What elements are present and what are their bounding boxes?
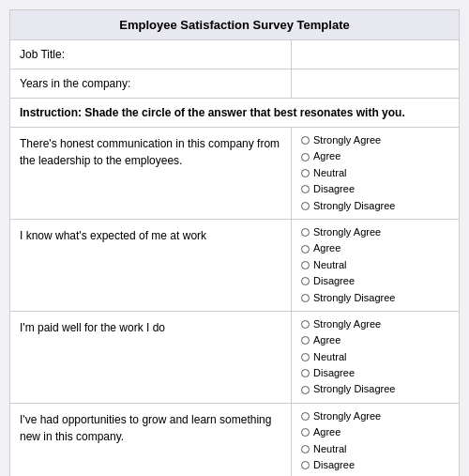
radio-circle-0-3[interactable] — [301, 185, 310, 193]
question-text-0: There's honest communication in this com… — [10, 128, 292, 219]
option-label-0-0: Strongly Agree — [313, 133, 381, 147]
radio-circle-3-2[interactable] — [301, 445, 310, 453]
option-1-2[interactable]: Neutral — [301, 258, 449, 272]
option-2-1[interactable]: Agree — [301, 333, 449, 347]
question-row-1: I know what's expected of me at workStro… — [10, 220, 459, 312]
answer-options-0: Strongly AgreeAgreeNeutralDisagreeStrong… — [292, 128, 459, 219]
radio-circle-0-0[interactable] — [301, 136, 310, 145]
option-label-3-3: Disagree — [313, 458, 355, 472]
option-label-3-2: Neutral — [313, 442, 346, 456]
years-value[interactable] — [292, 69, 459, 98]
job-title-row: Job Title: — [10, 40, 459, 69]
radio-circle-2-2[interactable] — [301, 353, 310, 361]
option-2-0[interactable]: Strongly Agree — [301, 317, 449, 331]
instruction: Instruction: Shade the circle of the ans… — [10, 99, 459, 128]
option-label-3-0: Strongly Agree — [313, 409, 381, 423]
question-row-0: There's honest communication in this com… — [10, 128, 459, 220]
questions-container: There's honest communication in this com… — [10, 128, 459, 476]
radio-circle-1-3[interactable] — [301, 277, 310, 285]
option-label-0-3: Disagree — [313, 182, 355, 196]
radio-circle-2-1[interactable] — [301, 336, 310, 345]
option-label-1-3: Disagree — [313, 274, 355, 288]
option-3-2[interactable]: Neutral — [301, 442, 449, 456]
job-title-label: Job Title: — [10, 40, 292, 69]
option-label-0-2: Neutral — [313, 166, 346, 180]
radio-circle-0-1[interactable] — [301, 153, 310, 161]
question-row-2: I'm paid well for the work I doStrongly … — [10, 312, 459, 404]
survey-title: Employee Satisfaction Survey Template — [10, 10, 459, 40]
radio-circle-1-4[interactable] — [301, 294, 310, 302]
option-1-4[interactable]: Strongly Disagree — [301, 291, 449, 305]
option-label-1-4: Strongly Disagree — [313, 291, 395, 305]
option-3-0[interactable]: Strongly Agree — [301, 409, 449, 423]
radio-circle-2-0[interactable] — [301, 320, 310, 329]
radio-circle-3-3[interactable] — [301, 461, 310, 469]
radio-circle-0-4[interactable] — [301, 202, 310, 210]
survey-container: Employee Satisfaction Survey Template Jo… — [9, 9, 460, 476]
question-text-2: I'm paid well for the work I do — [10, 312, 292, 403]
option-1-1[interactable]: Agree — [301, 241, 449, 255]
option-1-0[interactable]: Strongly Agree — [301, 225, 449, 239]
option-0-2[interactable]: Neutral — [301, 166, 449, 180]
option-0-4[interactable]: Strongly Disagree — [301, 199, 449, 213]
option-2-2[interactable]: Neutral — [301, 350, 449, 364]
option-label-0-4: Strongly Disagree — [313, 199, 395, 213]
job-title-value[interactable] — [292, 40, 459, 69]
option-label-2-3: Disagree — [313, 366, 355, 380]
years-label: Years in the company: — [10, 69, 292, 98]
option-label-1-0: Strongly Agree — [313, 225, 381, 239]
radio-circle-3-1[interactable] — [301, 428, 310, 437]
option-0-3[interactable]: Disagree — [301, 182, 449, 196]
option-1-3[interactable]: Disagree — [301, 274, 449, 288]
question-row-3: I've had opportunities to grow and learn… — [10, 404, 459, 476]
option-label-0-1: Agree — [313, 149, 340, 163]
option-label-3-1: Agree — [313, 425, 340, 439]
option-2-3[interactable]: Disagree — [301, 366, 449, 380]
option-3-3[interactable]: Disagree — [301, 458, 449, 472]
radio-circle-2-3[interactable] — [301, 369, 310, 377]
answer-options-1: Strongly AgreeAgreeNeutralDisagreeStrong… — [292, 220, 459, 311]
radio-circle-1-1[interactable] — [301, 245, 310, 253]
radio-circle-1-2[interactable] — [301, 261, 310, 269]
option-label-2-2: Neutral — [313, 350, 346, 364]
question-text-3: I've had opportunities to grow and learn… — [10, 404, 292, 476]
years-row: Years in the company: — [10, 69, 459, 99]
option-3-1[interactable]: Agree — [301, 425, 449, 439]
radio-circle-1-0[interactable] — [301, 228, 310, 237]
answer-options-3: Strongly AgreeAgreeNeutralDisagreeStrong… — [292, 404, 459, 476]
radio-circle-3-0[interactable] — [301, 412, 310, 421]
radio-circle-2-4[interactable] — [301, 386, 310, 394]
option-label-1-2: Neutral — [313, 258, 346, 272]
option-2-4[interactable]: Strongly Disagree — [301, 382, 449, 396]
option-label-1-1: Agree — [313, 241, 340, 255]
question-text-1: I know what's expected of me at work — [10, 220, 292, 311]
option-label-2-1: Agree — [313, 333, 340, 347]
option-0-0[interactable]: Strongly Agree — [301, 133, 449, 147]
option-label-2-0: Strongly Agree — [313, 317, 381, 331]
option-label-2-4: Strongly Disagree — [313, 382, 395, 396]
answer-options-2: Strongly AgreeAgreeNeutralDisagreeStrong… — [292, 312, 459, 403]
option-0-1[interactable]: Agree — [301, 149, 449, 163]
radio-circle-0-2[interactable] — [301, 169, 310, 177]
